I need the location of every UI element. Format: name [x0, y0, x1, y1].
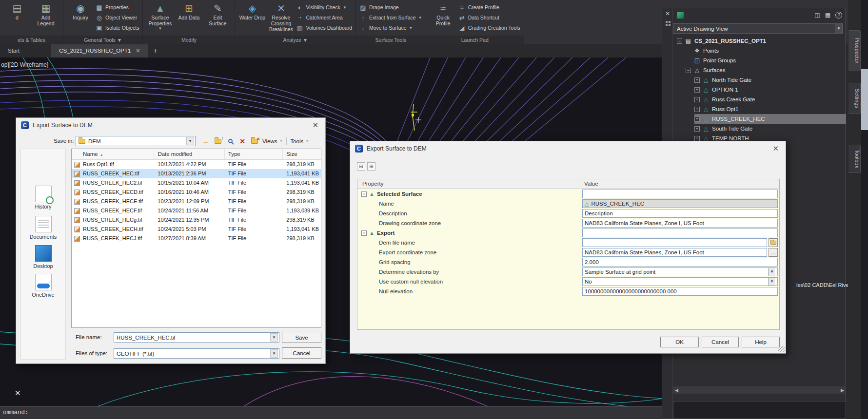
expander-icon[interactable]: +: [694, 97, 700, 102]
ellipsis-button[interactable]: …: [769, 248, 778, 257]
ribbon-button[interactable]: ≈Quick Profile: [430, 1, 457, 26]
command-line[interactable]: ommand:: [0, 406, 662, 419]
chevron-down-icon[interactable]: ▼: [270, 333, 278, 342]
property-row[interactable]: −▲Selected Surface: [357, 189, 779, 199]
dialog-title-bar[interactable]: C Export Surface to DEM ✕: [350, 141, 786, 156]
file-type-dropdown[interactable]: GEOTIFF (*.tif) ▼: [114, 348, 279, 359]
side-tab-prospector[interactable]: Prospector: [848, 30, 861, 71]
property-column-header[interactable]: Property: [357, 179, 581, 189]
tab-start[interactable]: Start: [0, 44, 27, 57]
property-row[interactable]: −▲Export: [357, 228, 779, 238]
expander-icon[interactable]: +: [694, 136, 700, 141]
expander-icon[interactable]: +: [694, 116, 700, 122]
expander-icon[interactable]: +: [694, 77, 700, 83]
vertical-scrollbar[interactable]: [861, 69, 868, 130]
side-tab-toolbox[interactable]: Toolbox: [848, 145, 861, 173]
property-value[interactable]: 2.000: [582, 258, 778, 267]
property-value[interactable]: No▼: [582, 277, 778, 286]
place-desktop[interactable]: Desktop: [21, 245, 65, 269]
panorama-icon[interactable]: ◫: [814, 12, 820, 19]
tree-item[interactable]: ◫Point Groups: [673, 56, 846, 65]
column-header-size[interactable]: Size: [283, 149, 321, 159]
tree-item[interactable]: −▤CS_2021_RUSSHEC_OPT1: [673, 36, 846, 46]
property-row[interactable]: Drawing coordinate zoneNAD83 California …: [357, 218, 779, 228]
property-row[interactable]: Null elevation10000000000000000000000000…: [357, 286, 779, 296]
file-row[interactable]: Russ Opt1.tif10/12/2021 4:22 PMTIF File2…: [72, 160, 321, 169]
side-tab-settings[interactable]: Settings: [848, 83, 861, 114]
back-icon[interactable]: ←: [201, 136, 210, 146]
expander-icon[interactable]: −: [686, 68, 691, 73]
search-icon[interactable]: [226, 136, 235, 146]
property-row[interactable]: DescriptionDescription: [357, 209, 779, 218]
ribbon-button[interactable]: ≈Create Profile: [458, 3, 520, 11]
property-row[interactable]: Name△RUSS_CREEK_HEC: [357, 199, 779, 209]
expander-icon[interactable]: +: [694, 126, 700, 132]
ribbon-button[interactable]: ◈Water Drop: [238, 1, 266, 20]
place-documents[interactable]: Documents: [21, 216, 65, 240]
ok-button[interactable]: OK: [660, 337, 699, 347]
dialog-title-bar[interactable]: C Export Surface to DEM ✕: [16, 118, 325, 133]
ribbon-button[interactable]: ⇄Data Shortcut: [458, 14, 520, 21]
ribbon-button[interactable]: ↓Move to Surface▼: [359, 24, 422, 32]
ribbon-button[interactable]: ◢Grading Creation Tools: [458, 24, 520, 32]
file-row[interactable]: RUSS_CREEK_HECF.tif10/24/2021 11:56 AMTI…: [72, 206, 321, 215]
scroll-right-icon[interactable]: ▶: [841, 388, 844, 393]
tree-item[interactable]: +△Russ Opt1: [673, 104, 846, 114]
close-icon[interactable]: ✕: [310, 121, 320, 130]
property-row[interactable]: Use custom null elevationNo▼: [357, 277, 779, 286]
palette-properties-icon[interactable]: [666, 21, 668, 23]
close-icon[interactable]: ✕: [15, 389, 21, 398]
property-value[interactable]: Description: [582, 209, 778, 218]
property-row[interactable]: Grid spacing2.000: [357, 257, 779, 267]
ribbon-button[interactable]: ▦Add Legend: [32, 1, 59, 26]
ribbon-button[interactable]: ▨Drape Image: [359, 3, 422, 11]
property-value[interactable]: △RUSS_CREEK_HEC: [582, 199, 778, 208]
ribbon-button[interactable]: ◔Catchment Area: [296, 14, 352, 21]
ribbon-panel-label[interactable]: Surface Tools: [356, 36, 426, 44]
save-in-dropdown[interactable]: DEM ▼: [76, 136, 196, 146]
file-name-input[interactable]: RUSS_CREEK_HEC.tif ▼: [114, 332, 279, 343]
property-value[interactable]: [582, 229, 778, 237]
ribbon-button[interactable]: ◉Inquiry: [67, 1, 94, 20]
tree-item[interactable]: +△OPTION 1: [673, 85, 846, 95]
place-onedrive[interactable]: OneDrive: [21, 274, 65, 298]
tree-item[interactable]: −△Surfaces: [673, 65, 846, 75]
file-row[interactable]: RUSS_CREEK_HEC2.tif10/15/2021 10:04 AMTI…: [72, 178, 321, 188]
new-folder-icon[interactable]: [250, 136, 259, 146]
data-shortcuts-path[interactable]: les\02 CADD\Eel River...: [796, 282, 855, 288]
ribbon-button[interactable]: ◐Visibility Check▼: [296, 3, 352, 11]
new-tab-button[interactable]: +: [148, 44, 163, 57]
views-dropdown[interactable]: Views ▼: [262, 138, 283, 144]
file-row[interactable]: RUSS_CREEK_HECH.tif10/24/2021 5:03 PMTIF…: [72, 225, 321, 234]
expander-icon[interactable]: +: [694, 107, 700, 112]
property-value[interactable]: [582, 238, 767, 247]
ribbon-button[interactable]: ✎Edit Surface: [204, 1, 231, 26]
tree-item[interactable]: ❖Points: [673, 46, 846, 56]
column-header-name[interactable]: Name▲: [72, 149, 154, 159]
ribbon-button[interactable]: ▦Volumes Dashboard: [296, 24, 352, 32]
ribbon-button[interactable]: ▣Isolate Objects: [96, 24, 139, 32]
collapse-icon[interactable]: −: [361, 230, 367, 236]
tree-item[interactable]: +△South Tide Gate: [673, 124, 846, 133]
chevron-down-icon[interactable]: ▼: [270, 349, 278, 358]
file-row[interactable]: RUSS_CREEK_HEC.tif10/13/2021 2:36 PMTIF …: [72, 169, 321, 178]
property-value[interactable]: Sample Surface at grid point▼: [582, 267, 778, 276]
ribbon-panel-label[interactable]: Analyze ▼: [235, 36, 355, 44]
save-button[interactable]: Save: [282, 332, 321, 343]
close-icon[interactable]: ✕: [770, 144, 781, 153]
help-icon[interactable]: ?: [835, 12, 842, 19]
dropdown-arrow-icon[interactable]: ▼: [768, 278, 775, 286]
expander-icon[interactable]: −: [677, 38, 682, 44]
ribbon-button[interactable]: ✕Resolve Crossing Breaklines: [267, 1, 295, 32]
ribbon-panel-label[interactable]: General Tools ▼: [63, 36, 142, 44]
property-row[interactable]: Determine elevations bySample Surface at…: [357, 267, 779, 277]
viewport-controls-label[interactable]: op][2D Wireframe]: [1, 61, 48, 68]
tab-drawing[interactable]: CS_2021_RUSSHEC_OPT1 ✕: [51, 44, 148, 57]
property-value[interactable]: 10000000000000000000000000.000: [582, 287, 778, 296]
ribbon-button[interactable]: ◎Object Viewer: [96, 14, 139, 21]
column-header-date-modified[interactable]: Date modified: [154, 149, 224, 159]
up-folder-icon[interactable]: ↑: [214, 136, 222, 146]
property-row[interactable]: Export coordinate zoneNAD83 California S…: [357, 248, 779, 257]
cancel-button[interactable]: Cancel: [282, 347, 321, 359]
property-value[interactable]: [582, 190, 778, 198]
